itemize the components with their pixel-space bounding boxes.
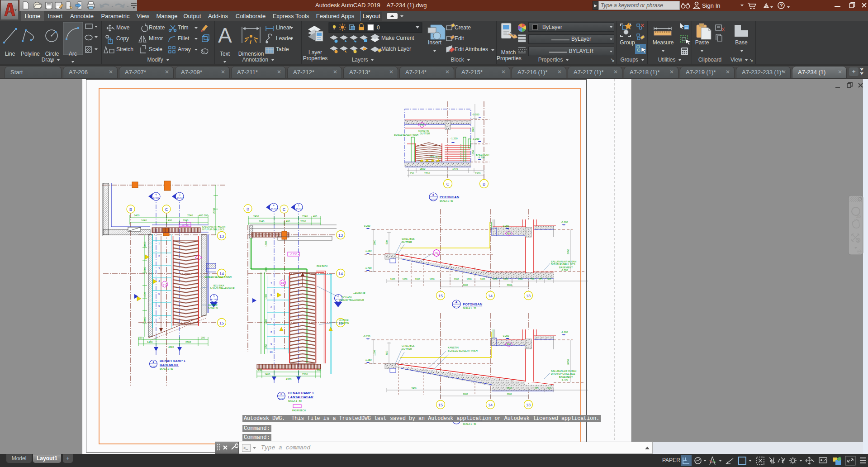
svg-text:A7-234: A7-234 [271, 208, 277, 210]
svg-text:FRC: FRC [281, 282, 286, 285]
svg-text:1000: 1000 [265, 294, 267, 300]
svg-text:PASIR BECH: PASIR BECH [292, 409, 306, 412]
svg-text:1650: 1650 [472, 150, 474, 156]
svg-text:FRs: FRs [435, 252, 439, 254]
svg-text:1000: 1000 [429, 278, 434, 281]
svg-text:POTONGAN: POTONGAN [440, 195, 459, 199]
svg-text:2000: 2000 [143, 317, 146, 322]
svg-text:?: ? [780, 3, 783, 8]
svg-text:2540: 2540 [302, 215, 308, 218]
svg-text:1900: 1900 [472, 127, 474, 132]
svg-text:3000: 3000 [507, 284, 512, 286]
svg-text:2x30x30 TRA+ANGKUR: 2x30x30 TRA+ANGKUR [210, 287, 235, 290]
svg-text:300: 300 [547, 278, 551, 281]
svg-text:13: 13 [526, 403, 531, 407]
svg-text:GUTTER: GUTTER [402, 241, 412, 243]
svg-text:13: 13 [338, 233, 343, 238]
svg-text:1000: 1000 [454, 278, 459, 281]
svg-text:SCREED SEALER FINISH: SCREED SEALER FINISH [448, 349, 478, 352]
svg-text:2300: 2300 [475, 172, 480, 175]
svg-text:2400: 2400 [134, 214, 139, 217]
svg-text:1400: 1400 [265, 373, 270, 376]
svg-text:-3.700: -3.700 [561, 269, 568, 272]
svg-text:DITUTUP GRILL BCS: DITUTUP GRILL BCS [202, 228, 225, 231]
svg-text:-1.250: -1.250 [365, 358, 372, 361]
svg-text:DENAH RAMP 1: DENAH RAMP 1 [160, 359, 185, 363]
svg-text:5: 5 [432, 193, 434, 196]
svg-text:14: 14 [488, 294, 493, 298]
svg-text:A7-234: A7-234 [296, 208, 302, 210]
svg-text:1750: 1750 [265, 344, 267, 349]
svg-text:13: 13 [219, 234, 224, 238]
svg-text:BASEMENT: BASEMENT [160, 363, 179, 367]
svg-text:SKALA 1 : 50: SKALA 1 : 50 [463, 423, 476, 425]
svg-text:-0.250: -0.250 [502, 224, 509, 227]
svg-text:SCREED SEALER FINISH: SCREED SEALER FINISH [394, 134, 418, 136]
svg-text:230: 230 [258, 369, 262, 372]
svg-text:250: 250 [410, 172, 414, 175]
svg-text:DITUTUP GRILL BCS: DITUTUP GRILL BCS [551, 263, 575, 266]
svg-text:2560: 2560 [302, 373, 308, 376]
svg-text:14: 14 [488, 403, 493, 407]
svg-text:14: 14 [338, 272, 343, 276]
svg-text:DENAH RAMP 1: DENAH RAMP 1 [288, 391, 314, 395]
svg-text:750: 750 [531, 278, 535, 281]
svg-text:A7-234: A7-234 [153, 197, 160, 199]
svg-text:A7-234: A7-234 [211, 298, 218, 300]
svg-text:1000: 1000 [390, 278, 395, 281]
svg-text:-0.250: -0.250 [290, 253, 297, 256]
svg-text:500: 500 [385, 351, 388, 355]
svg-text:DITUTUP GRILL BCS: DITUTUP GRILL BCS [551, 372, 575, 375]
svg-text:2x30x30 TRA+ANGKUR: 2x30x30 TRA+ANGKUR [339, 299, 364, 301]
svg-text:6000: 6000 [463, 393, 468, 396]
svg-text:-3.700: -3.700 [478, 156, 485, 159]
svg-text:-0.600: -0.600 [561, 221, 568, 224]
svg-text:POTONGAN: POTONGAN [463, 302, 482, 306]
svg-text:2D: 2D [856, 214, 861, 219]
svg-text:400: 400 [313, 215, 317, 218]
svg-text:-3.700: -3.700 [561, 378, 568, 381]
svg-text:3450: 3450 [567, 359, 569, 365]
svg-text:400 200: 400 200 [199, 214, 208, 217]
svg-text:PAS BATU: PAS BATU [317, 265, 327, 267]
svg-text:A7-234: A7-234 [177, 197, 183, 199]
svg-text:1000: 1000 [480, 278, 485, 281]
svg-text:A7-001: A7-001 [151, 365, 157, 367]
svg-text:B: B [483, 182, 485, 186]
svg-text:SKALA 1 : 50: SKALA 1 : 50 [160, 367, 173, 370]
svg-text:500: 500 [385, 240, 388, 244]
svg-text:KANSTIN: KANSTIN [448, 346, 459, 349]
svg-text:Sign In: Sign In [702, 2, 720, 9]
svg-text:1000: 1000 [517, 278, 522, 281]
svg-text:1400: 1400 [147, 341, 152, 343]
svg-text:1800: 1800 [265, 267, 267, 272]
svg-text:335: 335 [535, 387, 539, 390]
svg-text:+ANGKUR: +ANGKUR [353, 292, 365, 295]
svg-text:-1.200: -1.200 [451, 137, 458, 140]
svg-text:PTA: PTA [420, 124, 424, 126]
svg-text:1000: 1000 [373, 240, 376, 245]
svg-text:SKALA 1 : 50: SKALA 1 : 50 [463, 307, 476, 310]
svg-text:2540: 2540 [187, 214, 193, 217]
svg-text:6000: 6000 [463, 284, 468, 286]
svg-text:2200: 2200 [507, 387, 512, 390]
svg-text:230: 230 [138, 336, 142, 339]
svg-text:C: C [446, 182, 450, 186]
svg-text:PTA: PTA [507, 233, 511, 235]
svg-text:-0.550: -0.550 [472, 113, 479, 116]
svg-text:3000: 3000 [507, 393, 512, 396]
svg-text:1000: 1000 [466, 278, 471, 281]
svg-text:A: A [218, 24, 232, 47]
svg-text:15: 15 [438, 403, 443, 407]
svg-text:-1.250: -1.250 [472, 138, 479, 140]
svg-text:300: 300 [547, 387, 551, 390]
svg-text:1500: 1500 [265, 319, 267, 324]
svg-text:1000: 1000 [143, 267, 146, 272]
svg-text:14: 14 [219, 272, 224, 276]
svg-text:-0.250: -0.250 [363, 335, 370, 338]
svg-text:2500: 2500 [420, 167, 425, 170]
svg-text:A7-234: A7-234 [431, 198, 437, 200]
svg-text:SKALA 1 : 50: SKALA 1 : 50 [288, 400, 302, 402]
svg-text:1000: 1000 [415, 278, 420, 281]
svg-text:10: 10 [270, 351, 273, 353]
